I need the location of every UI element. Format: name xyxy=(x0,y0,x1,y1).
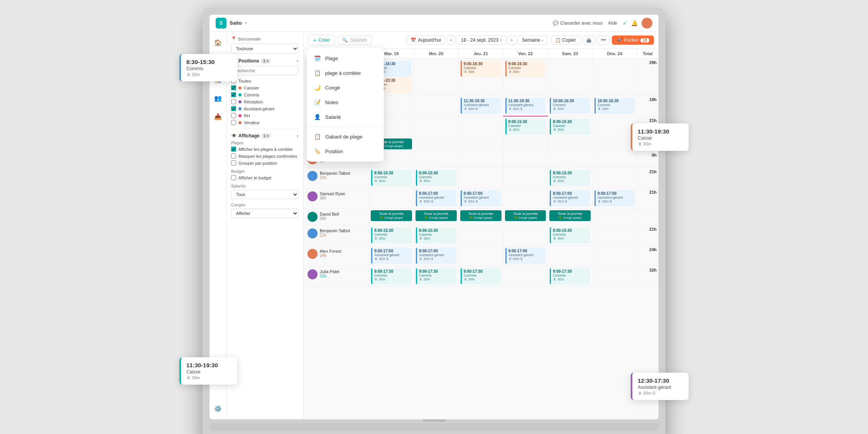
shift-dim xyxy=(593,151,637,168)
position-commis[interactable]: Commis xyxy=(231,92,299,97)
full-day-shift[interactable]: Toute la journée 🌿 Congé (payé) xyxy=(549,210,591,221)
position-assistant-checkbox[interactable] xyxy=(231,106,236,111)
shift-block[interactable]: 10:00-16:30 Commis ⏸ 30m xyxy=(550,98,590,114)
dropdown-salarie[interactable]: 👤 Salarié xyxy=(307,110,384,124)
shift-block[interactable]: 9:00-17:00 Assistant-gérant ⏸ 30m $ xyxy=(505,248,546,264)
dropdown-notes[interactable]: 📝 Notes xyxy=(307,95,384,110)
nav-home-icon[interactable]: 🏠 xyxy=(212,36,224,49)
position-assistant-gerant[interactable]: Assistant-gérant xyxy=(231,106,299,111)
prev-week-button[interactable]: ‹ xyxy=(447,35,455,45)
shift-block[interactable]: 9:00-17:00 Assistant-gérant ⏸ 30m $ xyxy=(416,248,456,264)
next-week-button[interactable]: › xyxy=(508,35,516,45)
bell-icon[interactable]: 🔔 xyxy=(631,20,638,26)
shift-block[interactable]: 9:00-17:00 Assistant-gérant ⏸ 30m $ xyxy=(371,248,412,264)
search-employees[interactable]: 🔍 Salariés xyxy=(338,35,371,45)
shift-block[interactable]: 8:00-17:00 Assistant-gérant ⏸ 30m $ xyxy=(461,190,501,206)
app-name: Saito xyxy=(230,20,242,26)
dropdown-gabarit[interactable]: 📋 Gabarit de plage xyxy=(307,129,384,144)
shift-block[interactable]: 8:00-15:30 Commis ⏸ 30m xyxy=(550,170,590,186)
shift-block[interactable]: 8:00-15:30 Caissier ⏸ 30m xyxy=(505,118,546,135)
help-link[interactable]: Aide xyxy=(608,20,617,26)
shift-block[interactable]: 9:00-17:30 Commis ⏸ 30m xyxy=(461,268,501,284)
nav-settings-icon[interactable]: ⚙️ xyxy=(212,402,224,415)
shift-block[interactable]: 9:00-17:30 Commis ⏸ 30m xyxy=(416,268,456,284)
chat-button[interactable]: 💬 Clavarder avec nous xyxy=(553,20,603,26)
shift-block[interactable]: 8:00-15:30 Commis ⏸ 30m xyxy=(416,170,456,186)
today-button[interactable]: 📅 Aujourd'hui xyxy=(406,35,445,45)
budget-option[interactable]: Afficher le budget xyxy=(231,175,299,180)
date-range[interactable]: 18 - 24 sept. 2023 ▾ xyxy=(457,35,506,45)
shift-block[interactable]: 8:00-17:00 Assistant-gérant ⏸ 30m $ xyxy=(550,190,590,206)
plages-option-3[interactable]: Grouper par position xyxy=(231,160,299,165)
dropdown-plage[interactable]: 🗓️ Plage xyxy=(307,51,384,66)
shift-block[interactable]: 9:00-16:30 Caissier ⏸ 30m xyxy=(505,61,546,77)
ven-total-cell: 9:00-16:30 Caissier ⏸ 30m xyxy=(503,59,548,96)
position-rh-checkbox[interactable] xyxy=(231,113,236,118)
top-bar-icons: ✓ 🔔 xyxy=(623,18,652,29)
shift-ven xyxy=(503,151,548,168)
user-avatar[interactable] xyxy=(642,18,652,29)
salaries-select[interactable]: Tous xyxy=(231,190,299,199)
floating-card-top-left: 8:30-15:30 Commis ⏸ 30m xyxy=(179,54,237,81)
affichage-collapse-icon[interactable]: ▾ xyxy=(297,134,299,138)
employee-avatar xyxy=(307,171,317,181)
plages-option-1[interactable]: Afficher les plages à combler xyxy=(231,147,299,152)
check-icon[interactable]: ✓ xyxy=(623,20,627,26)
shift-ven xyxy=(503,168,548,188)
position-reception[interactable]: Réception xyxy=(231,99,299,104)
budget-checkbox[interactable] xyxy=(231,175,236,180)
full-day-shift[interactable]: Toute la journée 🌿 Congé (payé) xyxy=(371,210,412,221)
shift-block[interactable]: 8:00-15:30 Commis ⏸ 30m xyxy=(550,227,590,243)
row4-sam xyxy=(548,137,593,151)
full-day-shift[interactable]: Toute la journée 🌿 Congé (payé) xyxy=(415,210,457,221)
position-commis-checkbox[interactable] xyxy=(231,92,236,97)
copy-button[interactable]: 📋 Copier xyxy=(551,35,580,45)
shift-block[interactable]: 11:30-19:30 Assistant-gérant ⏸ 30m $ xyxy=(461,98,501,114)
company-dropdown-icon[interactable]: ▾ xyxy=(245,21,247,25)
position-vendeur[interactable]: Vendeur xyxy=(231,120,299,125)
shift-block[interactable]: 8:00-15:30 Commis ⏸ 30m xyxy=(371,227,412,243)
position-caissier[interactable]: Caissier xyxy=(231,85,299,90)
nav-inbox-icon[interactable]: 📥 xyxy=(212,110,224,123)
shift-jeu xyxy=(458,168,503,188)
shift-block[interactable]: 8:00-15:30 Commis ⏸ 30m xyxy=(416,227,456,243)
position-reception-checkbox[interactable] xyxy=(231,99,236,104)
shift-block[interactable]: 10:00-16:30 Commis ⏸ 30m xyxy=(594,98,635,114)
dropdown-conge[interactable]: 🌙 Congé xyxy=(307,80,384,95)
print-button[interactable]: 🖨️ xyxy=(583,35,595,45)
shift-block[interactable]: 8:00-15:30 Caissier ⏸ 30m xyxy=(550,118,590,135)
dropdown-position[interactable]: 🏷️ Position xyxy=(307,144,384,159)
plages-option-2[interactable]: Masquer les plages confirmées xyxy=(231,154,299,159)
shift-block[interactable]: 9:00-17:30 Commis ⏸ 30m xyxy=(371,268,412,284)
position-vendeur-checkbox[interactable] xyxy=(231,120,236,125)
nav-people-icon[interactable]: 👥 xyxy=(212,92,224,104)
location-select[interactable]: Toulouse xyxy=(231,44,299,54)
plages-combler-checkbox[interactable] xyxy=(231,147,236,152)
row4-ven xyxy=(503,137,548,151)
full-day-shift[interactable]: Toute la journée 🌿 Congé (payé) xyxy=(505,210,546,221)
positions-collapse-icon[interactable]: ▾ xyxy=(297,59,299,63)
create-button[interactable]: + Créer xyxy=(308,35,335,46)
position-caissier-checkbox[interactable] xyxy=(231,85,236,90)
employee-details: Julia Patel 32h xyxy=(320,269,339,278)
full-day-shift[interactable]: Toute la journée 🌿 Congé (payé) xyxy=(460,210,502,221)
employee-info: Julia Patel 32h xyxy=(305,268,367,281)
week-select[interactable]: Semaine ▾ xyxy=(518,35,548,45)
positions-search-input[interactable] xyxy=(231,66,299,75)
shift-block[interactable]: 11:30-19:30 Assistant-gérant ⏸ 30m $ xyxy=(505,98,546,114)
position-rh[interactable]: RH xyxy=(231,113,299,118)
shift-block[interactable]: 8:00-17:00 Assistant-gérant ⏸ 30m $ xyxy=(594,190,635,206)
shift-block[interactable]: 9:00-17:30 Commis ⏸ 30m xyxy=(550,268,590,284)
more-button[interactable]: ••• xyxy=(598,35,610,45)
conges-select[interactable]: Afficher xyxy=(231,209,299,218)
shift-block[interactable]: 8:00-15:30 Commis ⏸ 30m xyxy=(371,170,412,186)
plages-confirmes-checkbox[interactable] xyxy=(231,154,236,159)
shift-block[interactable]: 8:00-17:00 Assistant-gérant ⏸ 30m $ xyxy=(416,190,456,206)
position-all[interactable]: Toutes xyxy=(231,78,299,83)
plages-grouper-checkbox[interactable] xyxy=(231,160,236,165)
dropdown-plage-combler[interactable]: 📋 plage à combler xyxy=(307,66,384,80)
publish-button[interactable]: 🚀 Publier 18 xyxy=(612,35,654,45)
row3-ven: 8:00-15:30 Caissier ⏸ 30m xyxy=(503,116,548,137)
shift-block[interactable]: 9:00-16:30 Caissier ⏸ 30m xyxy=(461,61,501,77)
location-icon: 📍 xyxy=(231,36,236,41)
